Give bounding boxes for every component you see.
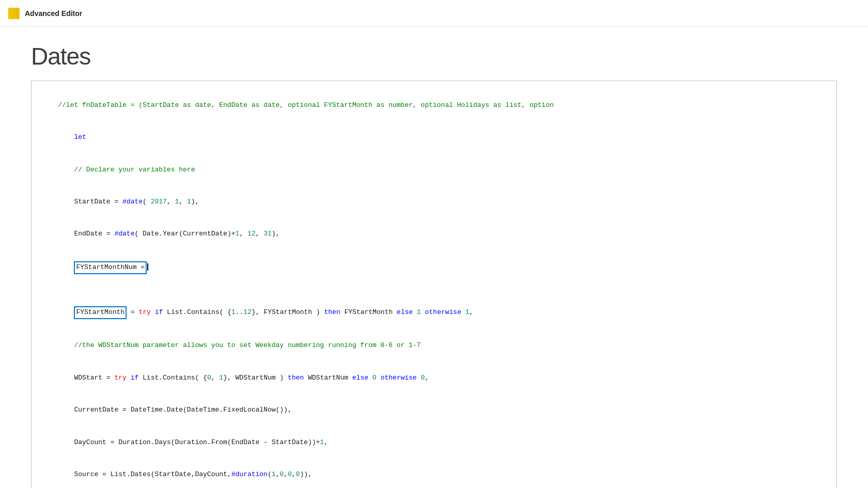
code-line-8: FYStartMonth = try if List.Contains( {1.… [42, 295, 826, 329]
code-line-12: DayCount = Duration.Days(Duration.From(E… [42, 427, 826, 459]
code-line-5: EndDate = #date( Date.Year(CurrentDate)+… [42, 218, 826, 250]
title-bar: Advanced Editor [0, 0, 868, 27]
fystartnumbox: FYStartMonthNum = [74, 261, 147, 274]
svg-rect-4 [10, 14, 12, 18]
svg-rect-5 [13, 11, 15, 18]
code-line-1: //let fnDateTable = (StartDate as date, … [42, 89, 826, 121]
code-line-9: //the WDStartNum parameter allows you to… [42, 330, 826, 362]
svg-rect-6 [16, 9, 18, 18]
code-line-10: WDStart = try if List.Contains( {0, 1}, … [42, 362, 826, 394]
code-editor[interactable]: //let fnDateTable = (StartDate as date, … [31, 81, 837, 488]
fystartmonthbox: FYStartMonth [74, 306, 127, 319]
code-line-2: let [42, 121, 826, 153]
page-title-area: Dates [0, 27, 868, 81]
code-line-4: StartDate = #date( 2017, 1, 1), [42, 186, 826, 218]
code-line-13: Source = List.Dates(StartDate,DayCount,#… [42, 459, 826, 488]
code-line-11: CurrentDate = DateTime.Date(DateTime.Fix… [42, 394, 826, 426]
code-line-6: FYStartMonthNum = [42, 250, 826, 285]
code-line-blank [42, 285, 826, 295]
page-title: Dates [31, 42, 837, 70]
code-comment: //let fnDateTable = (StartDate as date, … [58, 101, 554, 109]
app-icon [8, 8, 20, 19]
app-title: Advanced Editor [25, 9, 82, 18]
text-cursor [147, 263, 148, 271]
code-line-3: // Declare your variables here [42, 154, 826, 186]
